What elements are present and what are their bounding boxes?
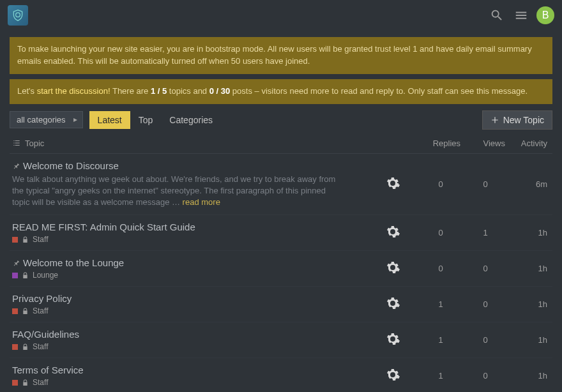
th-views[interactable]: Views: [463, 133, 508, 154]
new-topic-label: New Topic: [503, 115, 544, 125]
category-line[interactable]: Staff: [12, 340, 365, 351]
tab-top[interactable]: Top: [130, 111, 162, 129]
activity-time[interactable]: 6m: [508, 153, 552, 215]
table-row: Privacy PolicyStaff101h: [10, 287, 552, 322]
posters-cell[interactable]: [367, 153, 418, 215]
lock-icon: [22, 343, 29, 351]
category-name: Staff: [33, 235, 48, 244]
search-button[interactable]: [488, 6, 506, 24]
posters-cell[interactable]: [367, 251, 418, 287]
replies-count[interactable]: 1: [418, 322, 463, 358]
alert-mid1: There are: [110, 86, 151, 96]
plus-icon: [490, 116, 499, 124]
th-topic[interactable]: Topic: [12, 139, 365, 148]
category-badge: [12, 308, 18, 314]
table-row: Welcome to the LoungeLounge001h: [10, 251, 552, 287]
alert-prefix: Let's: [17, 86, 37, 96]
bullet-list-icon: [12, 139, 21, 147]
avatar[interactable]: B: [536, 6, 554, 24]
table-row: Welcome to DiscourseWe talk about anythi…: [10, 153, 552, 215]
replies-count[interactable]: 0: [418, 251, 463, 287]
views-count[interactable]: 0: [463, 322, 508, 358]
views-count[interactable]: 0: [463, 287, 508, 322]
hamburger-button[interactable]: [512, 6, 530, 24]
category-dropdown[interactable]: all categories: [10, 111, 83, 128]
views-count[interactable]: 0: [463, 153, 508, 215]
alert-mid2: topics and: [167, 86, 209, 96]
topic-title-text: Privacy Policy: [12, 293, 72, 304]
category-line[interactable]: Lounge: [12, 268, 365, 280]
tab-categories[interactable]: Categories: [161, 111, 221, 129]
category-name: Staff: [33, 342, 48, 351]
posters-cell[interactable]: [367, 287, 418, 322]
lock-icon: [22, 379, 29, 386]
alert-counts-topics: 1 / 5: [151, 86, 167, 96]
views-count[interactable]: 1: [463, 215, 508, 251]
topic-title-text: FAQ/Guidelines: [12, 329, 79, 340]
gear-icon: [385, 367, 400, 382]
search-icon: [490, 8, 504, 22]
views-count[interactable]: 0: [463, 251, 508, 287]
nav-row: all categories Latest Top Categories New…: [10, 110, 552, 130]
table-row: FAQ/GuidelinesStaff101h: [10, 322, 552, 358]
th-topic-label: Topic: [25, 139, 44, 148]
replies-count[interactable]: 1: [418, 287, 463, 322]
site-logo[interactable]: [8, 5, 28, 26]
topic-title[interactable]: Welcome to Discourse: [12, 160, 365, 171]
topic-title[interactable]: Terms of Service: [12, 365, 365, 375]
activity-time[interactable]: 1h: [508, 251, 552, 287]
topic-title-text: READ ME FIRST: Admin Quick Start Guide: [12, 222, 195, 232]
category-badge: [12, 380, 18, 386]
alert-counts-posts: 0 / 30: [209, 86, 231, 96]
views-count[interactable]: 0: [463, 358, 508, 392]
new-topic-button[interactable]: New Topic: [482, 110, 552, 130]
activity-time[interactable]: 1h: [508, 322, 552, 358]
category-badge: [12, 273, 18, 278]
topic-title[interactable]: FAQ/Guidelines: [12, 329, 365, 340]
topic-excerpt: We talk about anything we geek out about…: [12, 171, 344, 209]
shield-icon: [11, 9, 24, 22]
alert-bootstrap: To make launching your new site easier, …: [10, 37, 552, 74]
activity-time[interactable]: 1h: [508, 287, 552, 322]
topic-title-text: Welcome to Discourse: [23, 160, 119, 171]
activity-time[interactable]: 1h: [508, 215, 552, 251]
posters-cell[interactable]: [367, 215, 418, 251]
read-more-link[interactable]: read more: [183, 197, 220, 207]
gear-icon: [385, 176, 400, 191]
pin-icon: [12, 259, 20, 267]
posters-cell[interactable]: [367, 358, 418, 392]
category-badge: [12, 237, 18, 243]
gear-icon: [385, 224, 400, 239]
topic-title[interactable]: Welcome to the Lounge: [12, 257, 365, 268]
table-row: Terms of ServiceStaff101h: [10, 358, 552, 392]
site-header: B: [0, 0, 562, 31]
gear-icon: [385, 260, 400, 275]
hamburger-icon: [514, 8, 528, 22]
th-activity[interactable]: Activity: [508, 133, 552, 154]
category-name: Lounge: [33, 271, 58, 280]
category-name: Staff: [33, 378, 48, 387]
gear-icon: [385, 331, 400, 347]
posters-cell[interactable]: [367, 322, 418, 358]
activity-time[interactable]: 1h: [508, 358, 552, 392]
category-name: Staff: [33, 306, 48, 315]
category-badge: [12, 344, 18, 350]
topic-title[interactable]: READ ME FIRST: Admin Quick Start Guide: [12, 222, 365, 232]
category-line[interactable]: Staff: [12, 375, 365, 387]
table-row: READ ME FIRST: Admin Quick Start GuideSt…: [10, 215, 552, 251]
tab-latest[interactable]: Latest: [89, 111, 130, 129]
lock-icon: [22, 236, 29, 243]
replies-count[interactable]: 1: [418, 358, 463, 392]
category-line[interactable]: Staff: [12, 232, 365, 244]
topic-title[interactable]: Privacy Policy: [12, 293, 365, 304]
replies-count[interactable]: 0: [418, 215, 463, 251]
alert-discussion: Let's start the discussion! There are 1 …: [10, 79, 552, 104]
category-line[interactable]: Staff: [12, 304, 365, 315]
pin-icon: [12, 162, 20, 170]
alert-suffix: posts – visitors need more to read and r…: [230, 86, 528, 96]
gear-icon: [385, 296, 400, 311]
th-replies[interactable]: Replies: [418, 133, 463, 154]
start-discussion-link[interactable]: start the discussion!: [37, 86, 110, 96]
topic-title-text: Welcome to the Lounge: [23, 257, 124, 268]
replies-count[interactable]: 0: [418, 153, 463, 215]
